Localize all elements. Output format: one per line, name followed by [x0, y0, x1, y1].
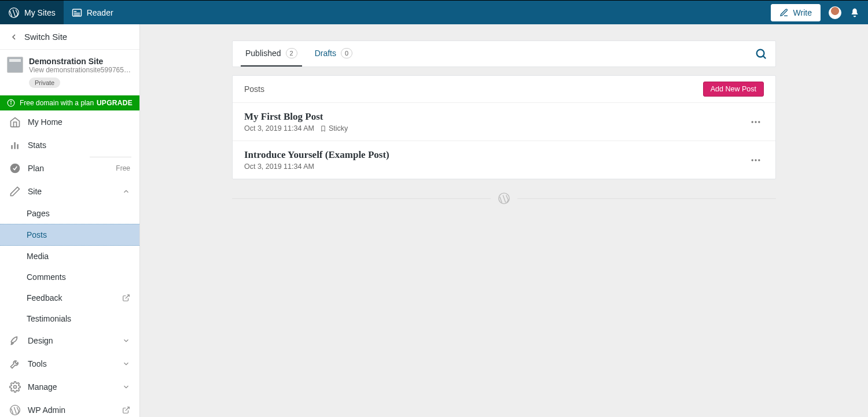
sidebar-item-plan[interactable]: Plan Free: [0, 157, 139, 180]
reader-icon: [72, 8, 82, 18]
sidebar-item-wpadmin[interactable]: WP Admin: [0, 398, 139, 417]
svg-point-19: [755, 121, 756, 123]
svg-point-16: [757, 50, 764, 57]
svg-point-13: [14, 386, 17, 389]
topbar: My Sites Reader Write: [0, 0, 868, 24]
layout: Switch Site Demonstration Site View demo…: [0, 24, 868, 417]
sidebar-item-posts[interactable]: Posts: [0, 224, 139, 246]
upgrade-button[interactable]: UPGRADE: [97, 99, 133, 107]
switch-site[interactable]: Switch Site: [0, 24, 139, 50]
upgrade-text: Free domain with a plan: [20, 99, 97, 107]
tab-count: 2: [286, 48, 297, 58]
search-icon[interactable]: [755, 47, 767, 60]
sidebar-item-manage[interactable]: Manage: [0, 375, 139, 398]
svg-rect-8: [11, 145, 13, 149]
svg-point-21: [752, 159, 753, 161]
avatar[interactable]: [829, 6, 841, 19]
svg-line-12: [126, 295, 129, 298]
sidebar-item-comments[interactable]: Comments: [0, 267, 139, 287]
gear-icon: [9, 381, 21, 393]
post-meta: Oct 3, 2019 11:34 AM: [244, 163, 748, 171]
svg-point-23: [758, 159, 760, 161]
sidebar-item-label: Stats: [28, 141, 46, 150]
post-info: My First Blog Post Oct 3, 2019 11:34 AM …: [244, 111, 748, 132]
add-new-post-button[interactable]: Add New Post: [703, 82, 764, 97]
post-info: Introduce Yourself (Example Post) Oct 3,…: [244, 149, 748, 171]
sidebar-item-label: Manage: [28, 382, 57, 392]
svg-rect-10: [17, 144, 19, 149]
sidebar-item-feedback[interactable]: Feedback: [0, 287, 139, 308]
sidebar-item-label: Pages: [27, 209, 50, 218]
sidebar-item-design[interactable]: Design: [0, 329, 139, 352]
nav-my-sites[interactable]: My Sites: [0, 1, 64, 24]
post-date: Oct 3, 2019 11:34 AM: [244, 163, 314, 171]
more-icon[interactable]: [748, 114, 764, 130]
info-icon: [7, 99, 15, 107]
panel: Published 2 Drafts 0 Posts Add New Post: [232, 40, 776, 205]
tab-label: Published: [245, 49, 281, 58]
pencil-icon: [9, 186, 21, 197]
stats-icon: [9, 139, 21, 151]
svg-line-15: [126, 407, 129, 411]
tab-count: 0: [341, 48, 352, 58]
sidebar-item-home[interactable]: My Home: [0, 110, 139, 134]
home-icon: [9, 116, 21, 128]
post-row[interactable]: Introduce Yourself (Example Post) Oct 3,…: [233, 141, 775, 179]
list-title: Posts: [244, 84, 264, 94]
sidebar-item-label: Design: [28, 336, 53, 345]
chevron-down-icon: [122, 337, 130, 345]
chevron-down-icon: [122, 360, 130, 368]
sidebar-item-pages[interactable]: Pages: [0, 203, 139, 224]
tab-published[interactable]: Published 2: [241, 41, 302, 67]
wordpress-icon: [498, 192, 510, 205]
list-header: Posts Add New Post: [233, 76, 775, 103]
wrench-icon: [9, 358, 21, 370]
tab-drafts[interactable]: Drafts 0: [310, 41, 357, 67]
sidebar-item-tools[interactable]: Tools: [0, 352, 139, 375]
sidebar-item-testimonials[interactable]: Testimonials: [0, 308, 139, 329]
private-badge: Private: [29, 78, 60, 88]
bell-icon[interactable]: [849, 8, 860, 18]
switch-site-label: Switch Site: [24, 32, 67, 42]
sidebar-item-label: Comments: [27, 272, 66, 282]
site-title: Demonstration Site: [29, 57, 133, 66]
external-link-icon: [122, 406, 130, 414]
post-title: Introduce Yourself (Example Post): [244, 149, 748, 161]
post-title: My First Blog Post: [244, 111, 748, 123]
sidebar-item-label: Posts: [27, 230, 47, 239]
tab-label: Drafts: [315, 49, 336, 58]
svg-line-17: [763, 56, 766, 58]
post-meta: Oct 3, 2019 11:34 AM Sticky: [244, 124, 748, 132]
svg-rect-2: [73, 11, 76, 12]
chevron-up-icon: [122, 187, 130, 195]
sidebar-item-site[interactable]: Site: [0, 180, 139, 203]
site-thumb-icon: [7, 57, 23, 73]
sidebar: Switch Site Demonstration Site View demo…: [0, 24, 140, 417]
sidebar-item-media[interactable]: Media: [0, 246, 139, 267]
main: Published 2 Drafts 0 Posts Add New Post: [140, 24, 868, 417]
sidebar-item-label: WP Admin: [28, 405, 65, 415]
nav-reader[interactable]: Reader: [64, 1, 122, 24]
sidebar-item-label: Plan: [28, 164, 44, 173]
more-icon[interactable]: [748, 152, 764, 168]
topbar-right: Write: [771, 4, 868, 21]
chevron-down-icon: [122, 383, 130, 391]
upgrade-bar[interactable]: Free domain with a plan UPGRADE: [0, 95, 139, 110]
svg-point-18: [752, 121, 753, 123]
svg-point-20: [758, 121, 760, 123]
tabs-card: Published 2 Drafts 0: [232, 40, 776, 67]
wordpress-icon: [8, 7, 20, 19]
svg-rect-4: [73, 14, 80, 16]
nav-my-sites-label: My Sites: [24, 8, 56, 17]
post-row[interactable]: My First Blog Post Oct 3, 2019 11:34 AM …: [233, 103, 775, 141]
site-card[interactable]: Demonstration Site View demonstrationsit…: [0, 50, 139, 95]
svg-rect-9: [14, 142, 16, 149]
plan-icon: [9, 163, 21, 174]
design-icon: [9, 335, 21, 346]
topbar-left: My Sites Reader: [0, 1, 122, 24]
write-button[interactable]: Write: [771, 4, 821, 21]
plan-tag: Free: [116, 164, 130, 172]
write-label: Write: [793, 8, 812, 17]
sidebar-item-stats[interactable]: Stats: [0, 134, 139, 157]
sidebar-item-label: Site: [28, 187, 42, 196]
